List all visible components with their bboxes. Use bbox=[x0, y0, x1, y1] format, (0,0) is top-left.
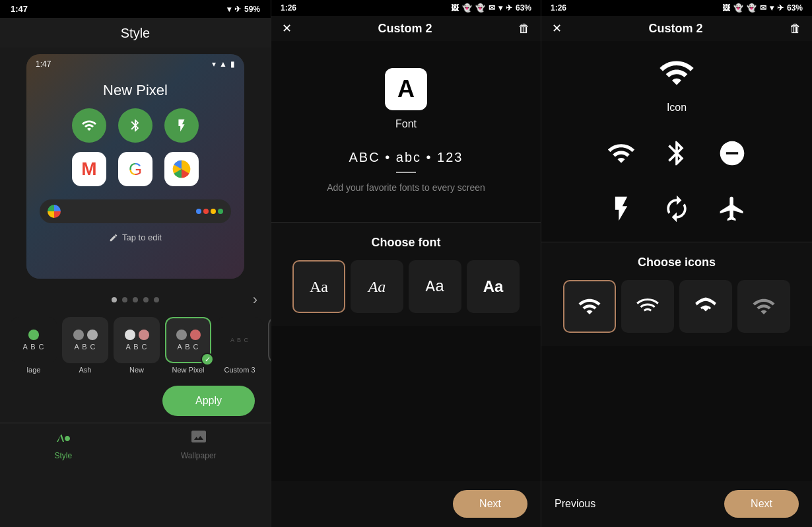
nav-style[interactable]: Style bbox=[54, 429, 72, 460]
swatch-icons bbox=[176, 330, 201, 340]
font-description: Add your favorite fonts to every screen bbox=[327, 181, 485, 195]
panel-icons-title: Custom 2 bbox=[648, 22, 702, 36]
wallpaper-nav-label: Wallpaper bbox=[181, 451, 217, 460]
swatch-icon bbox=[139, 330, 149, 340]
icon-preview-grid bbox=[601, 133, 752, 228]
preview-wifi-btn[interactable] bbox=[72, 108, 106, 143]
snap4-icon: 👻 bbox=[747, 3, 757, 13]
font-option-1[interactable]: Aa bbox=[292, 260, 345, 313]
icon-option-2[interactable] bbox=[621, 280, 674, 333]
dot-1 bbox=[112, 297, 117, 302]
next-chevron-icon[interactable]: › bbox=[253, 291, 257, 308]
preview-status-icons: ▾ ▲ ▮ bbox=[212, 59, 235, 69]
status-icons-3: 🖼 👻 👻 ✉ ▾ ✈ 63% bbox=[722, 3, 803, 13]
time-3: 1:26 bbox=[551, 3, 566, 13]
font-icon-letter: A bbox=[397, 75, 415, 103]
snap3-icon: 👻 bbox=[733, 3, 743, 13]
theme-list: A B C lage A B C Ash A B C bbox=[0, 314, 271, 380]
previous-button[interactable]: Previous bbox=[555, 490, 595, 518]
swatch-icons bbox=[28, 330, 39, 340]
font-sample-divider bbox=[396, 172, 416, 173]
airplane3-icon: ✈ bbox=[777, 3, 784, 13]
icon-option-4[interactable] bbox=[737, 280, 790, 333]
preview-google[interactable]: G bbox=[118, 152, 152, 186]
dot-3 bbox=[133, 297, 138, 302]
theme-item-new[interactable]: A B C New bbox=[114, 317, 160, 374]
theme-swatch-lage[interactable]: A B C bbox=[11, 317, 57, 363]
icon-wifi bbox=[601, 133, 641, 173]
nav-wallpaper[interactable]: Wallpaper bbox=[181, 429, 217, 460]
font-preview-area: A Font ABC • abc • 123 Add your favorite… bbox=[271, 41, 541, 222]
dot-red bbox=[203, 209, 209, 214]
pagination-row: › bbox=[0, 285, 271, 314]
pagination-dots bbox=[112, 291, 159, 309]
delete-button[interactable]: 🗑 bbox=[518, 22, 530, 36]
icon-option-1[interactable] bbox=[563, 280, 616, 333]
airplane2-icon: ✈ bbox=[506, 3, 512, 13]
icons-next-button[interactable]: Next bbox=[724, 490, 799, 518]
font-option-3[interactable]: Aa bbox=[409, 260, 461, 313]
font-option-4[interactable]: Aa bbox=[467, 260, 520, 313]
icon-preview-area: Icon bbox=[541, 41, 812, 242]
msg-icon: ✉ bbox=[489, 3, 495, 13]
swatch-icon bbox=[176, 330, 187, 340]
preview-flashlight-btn[interactable] bbox=[164, 108, 199, 143]
theme-item-newpixel[interactable]: A B C ✓ New Pixel bbox=[165, 317, 211, 374]
wifi3-icon: ▾ bbox=[770, 3, 774, 13]
status-bar-2: 1:26 🖼 👻 👻 ✉ ▾ ✈ 63% bbox=[271, 0, 541, 16]
font-option-2[interactable]: Aa bbox=[351, 260, 403, 313]
font-next-button[interactable]: Next bbox=[453, 490, 527, 518]
dot-5 bbox=[154, 297, 159, 302]
theme-item-lage[interactable]: A B C lage bbox=[11, 317, 57, 374]
google-g-logo bbox=[48, 205, 61, 218]
theme-item-custom3[interactable]: A B C Custom 3 bbox=[217, 317, 263, 374]
preview-card: 1:47 ▾ ▲ ▮ New Pixel M G bbox=[26, 54, 244, 279]
wallpaper-nav-icon bbox=[191, 429, 207, 448]
notif2-icon: 🖼 bbox=[722, 3, 730, 13]
close-button[interactable]: ✕ bbox=[282, 21, 292, 36]
preview-search-bar[interactable] bbox=[40, 199, 231, 223]
preview-status-bar: 1:47 ▾ ▲ ▮ bbox=[26, 54, 244, 71]
battery3-icon: 63% bbox=[787, 3, 803, 13]
theme-item-ash[interactable]: A B C Ash bbox=[62, 317, 108, 374]
swatch-icon bbox=[125, 330, 135, 340]
msg2-icon: ✉ bbox=[760, 3, 766, 13]
apply-button[interactable]: Apply bbox=[162, 386, 255, 416]
font-icon-box: A bbox=[385, 68, 427, 110]
wifi-icon: ▾ bbox=[227, 5, 231, 14]
style-nav-label: Style bbox=[54, 451, 72, 460]
theme-swatch-newpixel[interactable]: A B C ✓ bbox=[165, 317, 211, 363]
panel-font-footer: Next bbox=[271, 481, 541, 527]
dot-green bbox=[218, 209, 223, 214]
status-icons-2: 🖼 👻 👻 ✉ ▾ ✈ 63% bbox=[451, 3, 531, 13]
icon-airplane bbox=[712, 189, 752, 228]
dot-2 bbox=[122, 297, 127, 302]
panel-style: 1:47 ▾ ✈ 59% Style 1:47 ▾ ▲ ▮ New Pixel bbox=[0, 0, 271, 527]
theme-swatch-custom3[interactable]: A B C bbox=[217, 317, 263, 363]
theme-swatch-ash[interactable]: A B C bbox=[62, 317, 108, 363]
wifi-preview-icon bbox=[658, 54, 695, 91]
preview-photos[interactable] bbox=[164, 152, 199, 186]
bottom-nav: Style Wallpaper bbox=[0, 423, 271, 467]
panel-font: 1:26 🖼 👻 👻 ✉ ▾ ✈ 63% ✕ Custom 2 🗑 A Font… bbox=[271, 0, 541, 527]
panel-icons-footer: Previous Next bbox=[541, 481, 812, 527]
time-2: 1:26 bbox=[281, 3, 296, 13]
snap2-icon: 👻 bbox=[475, 3, 485, 13]
snap-icon: 👻 bbox=[462, 3, 472, 13]
font-sample-text: ABC • abc • 123 bbox=[349, 150, 463, 165]
preview-time: 1:47 bbox=[36, 59, 51, 69]
battery-icon: 59% bbox=[244, 5, 260, 14]
status-bar-1: 1:47 ▾ ✈ 59% bbox=[0, 0, 271, 18]
icons-delete-button[interactable]: 🗑 bbox=[790, 22, 801, 36]
wifi2-icon: ▾ bbox=[498, 3, 502, 13]
preview-bluetooth-btn[interactable] bbox=[118, 108, 152, 143]
swatch-icon bbox=[28, 330, 39, 340]
preview-battery-icon: ▮ bbox=[230, 59, 235, 69]
theme-swatch-new[interactable]: A B C bbox=[114, 317, 160, 363]
tap-to-edit[interactable]: Tap to edit bbox=[26, 227, 244, 246]
preview-gmail[interactable]: M bbox=[72, 152, 106, 186]
google-dots bbox=[196, 209, 223, 214]
icon-option-3[interactable] bbox=[679, 280, 732, 333]
icons-close-button[interactable]: ✕ bbox=[552, 21, 562, 36]
panel-font-header: ✕ Custom 2 🗑 bbox=[271, 16, 541, 41]
